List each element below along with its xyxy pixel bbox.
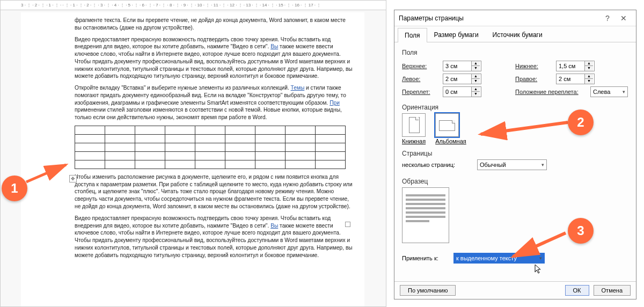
gutter-input[interactable] — [443, 87, 471, 97]
label-gutter-position: Положение переплета: — [515, 89, 590, 95]
table-resize-handle-icon[interactable] — [345, 222, 350, 227]
paragraph[interactable]: Чтобы изменить расположение рисунка в до… — [75, 173, 354, 210]
top-margin-input[interactable] — [443, 61, 471, 71]
bottom-margin-spinner[interactable]: ▲▼ — [556, 61, 595, 71]
document-table[interactable] — [75, 126, 346, 169]
gutter-position-select[interactable]: Слева — [590, 86, 628, 97]
callout-badge-1: 1 — [2, 176, 27, 201]
bottom-margin-input[interactable] — [557, 61, 584, 71]
spin-up-icon[interactable]: ▲ — [471, 74, 480, 79]
callout-arrow-3 — [510, 231, 569, 261]
multiple-pages-select[interactable]: Обычный — [477, 159, 547, 170]
hyperlink[interactable]: Темы — [291, 85, 305, 91]
orientation-portrait[interactable]: Книжная — [402, 113, 426, 144]
hyperlink[interactable]: Вы — [270, 223, 278, 229]
orientation-portrait-label: Книжная — [402, 138, 426, 144]
spin-down-icon[interactable]: ▼ — [584, 66, 593, 71]
right-margin-input[interactable] — [557, 74, 584, 84]
spin-up-icon[interactable]: ▲ — [471, 87, 480, 92]
label-bottom-margin: Нижнее: — [515, 63, 556, 69]
svg-line-1 — [481, 122, 568, 134]
horizontal-ruler[interactable]: 3 · ⋮ · 2 · ⋮ · 1 · ⋮ · · ⋮ · 1 · ⋮ · 2 … — [1, 1, 386, 10]
word-document-area: 3 · ⋮ · 2 · ⋮ · 1 · ⋮ · · ⋮ · 1 · ⋮ · 2 … — [0, 0, 386, 307]
spin-down-icon[interactable]: ▼ — [584, 79, 593, 84]
callout-badge-3: 3 — [568, 218, 594, 244]
paragraph[interactable]: Откройте вкладку "Вставка" и выберите ну… — [75, 84, 354, 121]
spin-down-icon[interactable]: ▼ — [471, 92, 480, 97]
callout-badge-2: 2 — [568, 109, 594, 135]
section-label-preview: Образец — [402, 178, 628, 185]
label-left-margin: Левое: — [402, 76, 443, 82]
preview-thumbnail — [402, 187, 449, 243]
callout-arrow-2 — [478, 119, 569, 141]
section-label-margins: Поля — [402, 49, 628, 56]
dialog-tabs: Поля Размер бумаги Источник бумаги — [394, 26, 636, 42]
right-margin-spinner[interactable]: ▲▼ — [556, 74, 595, 84]
dialog-title: Параметры страницы — [399, 14, 599, 22]
ruler-marks: 3 · ⋮ · 2 · ⋮ · 1 · ⋮ · · ⋮ · 1 · ⋮ · 2 … — [21, 3, 321, 8]
orientation-landscape-label: Альбомная — [435, 138, 466, 144]
label-multiple-pages: несколько страниц: — [402, 162, 477, 168]
spin-up-icon[interactable]: ▲ — [584, 61, 593, 66]
svg-line-2 — [513, 233, 566, 257]
label-right-margin: Правое: — [515, 76, 556, 82]
help-button[interactable]: ? — [599, 14, 616, 23]
paragraph[interactable]: Видео предоставляет прекрасную возможнос… — [75, 215, 354, 259]
cancel-button[interactable]: Отмена — [594, 285, 631, 296]
left-margin-input[interactable] — [443, 74, 471, 84]
tab-paper-size[interactable]: Размер бумаги — [427, 27, 486, 42]
default-button[interactable]: По умолчанию — [400, 285, 456, 296]
hyperlink[interactable]: При — [330, 100, 340, 106]
gutter-spinner[interactable]: ▲▼ — [443, 86, 481, 97]
document-page[interactable]: фрагменте текста. Если вы прервете чтени… — [21, 12, 364, 306]
spin-up-icon[interactable]: ▲ — [584, 74, 593, 79]
tab-margins[interactable]: Поля — [398, 28, 427, 42]
label-gutter: Переплет: — [402, 89, 443, 95]
spin-down-icon[interactable]: ▼ — [471, 66, 480, 71]
paragraph[interactable]: Видео предоставляет прекрасную возможнос… — [75, 36, 354, 81]
label-top-margin: Верхнее: — [402, 63, 443, 69]
section-label-pages: Страницы — [402, 150, 628, 157]
callout-arrow-1 — [24, 162, 71, 184]
ok-button[interactable]: ОК — [565, 285, 589, 296]
section-label-orientation: Ориентация — [402, 104, 628, 111]
svg-line-0 — [26, 165, 66, 182]
cursor-icon — [534, 264, 543, 274]
dialog-titlebar[interactable]: Параметры страницы ? ✕ — [394, 10, 636, 26]
label-apply-to: Применить к: — [402, 255, 453, 261]
close-button[interactable]: ✕ — [616, 14, 632, 23]
spin-up-icon[interactable]: ▲ — [471, 61, 480, 66]
top-margin-spinner[interactable]: ▲▼ — [443, 61, 481, 71]
paragraph[interactable]: фрагменте текста. Если вы прервете чтени… — [75, 17, 354, 32]
spin-down-icon[interactable]: ▼ — [471, 79, 480, 84]
hyperlink[interactable]: Вы — [270, 43, 278, 49]
dialog-button-row: По умолчанию ОК Отмена — [394, 281, 636, 299]
left-margin-spinner[interactable]: ▲▼ — [443, 74, 481, 84]
orientation-landscape[interactable]: Альбомная — [435, 113, 466, 144]
tab-paper-source[interactable]: Источник бумаги — [486, 27, 550, 42]
